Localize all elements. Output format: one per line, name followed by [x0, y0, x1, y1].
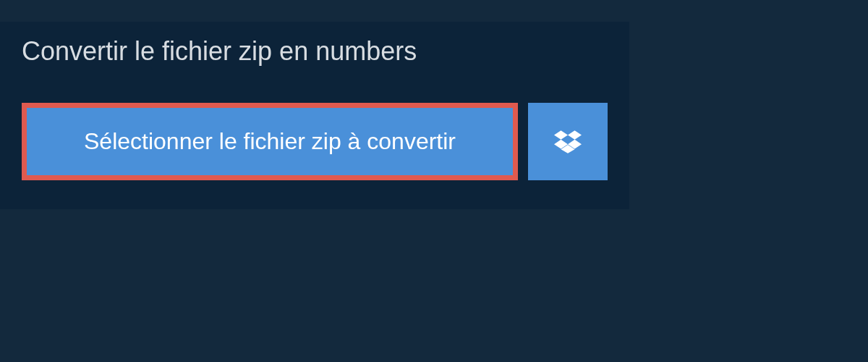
- button-container: Sélectionner le fichier zip à convertir: [0, 81, 629, 180]
- dropbox-icon: [554, 128, 582, 156]
- converter-panel: Convertir le fichier zip en numbers Séle…: [0, 22, 629, 209]
- dropbox-button[interactable]: [528, 103, 608, 180]
- select-file-button[interactable]: Sélectionner le fichier zip à convertir: [22, 103, 518, 180]
- title-bar: Convertir le fichier zip en numbers: [0, 22, 438, 81]
- select-file-label: Sélectionner le fichier zip à convertir: [84, 128, 456, 155]
- page-title: Convertir le fichier zip en numbers: [22, 36, 417, 67]
